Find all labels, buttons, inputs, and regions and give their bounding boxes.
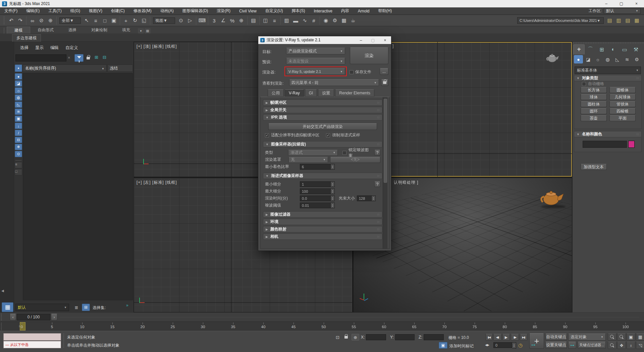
folder-options-icon[interactable]: ▦ [633, 16, 641, 25]
display-shapes-icon[interactable]: ◪ [15, 80, 22, 87]
menu-item[interactable]: Arnold [354, 7, 374, 15]
rollout-环境[interactable]: ▶环境∷ [263, 219, 382, 225]
menu-item[interactable]: 工具(T) [44, 7, 66, 15]
frame-spinner[interactable]: ▴▾ [512, 342, 516, 349]
primitive-button-茶壶[interactable]: 茶壶 [581, 115, 607, 121]
render-button[interactable]: 渲染 [350, 47, 388, 64]
cube-time-tag-icon[interactable]: ▣ [439, 342, 447, 349]
ribbon-layout-icon[interactable]: ⊞ [145, 28, 151, 34]
menu-item[interactable]: Interactive [309, 7, 336, 15]
maxscript-macro-recorder[interactable] [3, 333, 61, 341]
autogrid-checkbox[interactable]: 自动栅格 [582, 81, 604, 87]
motion-tab-icon[interactable]: ◐ [607, 44, 619, 54]
save-file-checkbox[interactable]: 保存文件 [350, 69, 371, 75]
render-mask-dropdown[interactable]: 无▼ [288, 157, 328, 163]
rollout-progressive-sampler[interactable]: ▼ 渐进式图像采样器 ∷ [263, 173, 382, 179]
primitive-type-dropdown[interactable]: 标准基本体▼ [575, 67, 641, 74]
zoom-extents-all-icon[interactable]: ▦ [636, 333, 644, 341]
rectangular-selection-region-icon[interactable]: □ [101, 16, 109, 25]
dialog-close-button[interactable]: × [379, 36, 391, 44]
maxscript-mini-listener[interactable]: — 从以下中选 [3, 341, 61, 348]
open-recent-icon[interactable]: ▤ [624, 16, 632, 25]
time-configuration-icon[interactable]: ◷ [518, 342, 523, 348]
explorer-menu-customize[interactable]: 自定义 [62, 44, 82, 51]
previous-frame-slider-button[interactable]: ‹ [10, 314, 16, 320]
geometry-category-icon[interactable]: ● [574, 55, 583, 63]
rollout-相机[interactable]: ▶相机∷ [263, 233, 382, 240]
primitive-button-四棱锥[interactable]: 四棱锥 [609, 108, 636, 114]
menu-item[interactable]: 内容 [337, 7, 354, 15]
rollout-object-type[interactable]: ▼ 对象类型 ∷ [574, 75, 642, 81]
keyboard-shortcut-override-icon[interactable]: ⌨ [198, 16, 206, 25]
menu-item[interactable]: 脚本(S) [287, 7, 309, 15]
rollout-全局开关[interactable]: ▶全局开关∷ [263, 107, 382, 113]
menu-item[interactable]: 动画(A) [156, 7, 178, 15]
clear-search-icon[interactable]: × [68, 55, 70, 60]
asset-library-icon[interactable]: ▥ [614, 16, 623, 25]
set-key-button[interactable]: 设置关键点 [545, 342, 567, 349]
sampler-type-dropdown[interactable]: 渐进式▼ [288, 150, 338, 156]
select-and-scale-icon[interactable]: ◱ [140, 16, 148, 25]
hierarchy-tab-icon[interactable]: ⊞ [596, 44, 607, 54]
helpers-category-icon[interactable]: ◺ [613, 55, 622, 63]
display-bones-icon[interactable]: / [15, 130, 22, 136]
display-groups-icon[interactable]: ▣ [15, 116, 22, 122]
create-tab-icon[interactable]: + [573, 44, 585, 54]
menu-item[interactable]: 编辑(E) [22, 7, 44, 15]
select-and-rotate-icon[interactable]: ↻ [131, 16, 139, 25]
lock-explorer-icon[interactable] [87, 56, 90, 60]
systems-category-icon[interactable]: ⚙ [632, 55, 641, 63]
spinner-snap-toggle-icon[interactable]: ⊕ [237, 16, 246, 25]
bind-to-space-warp-icon[interactable]: ⊕ [46, 16, 55, 25]
panel-grip[interactable] [573, 42, 644, 44]
display-list-view-icon[interactable]: ≡ [15, 162, 22, 168]
next-frame-slider-button[interactable]: › [51, 314, 57, 320]
browse-button[interactable]: ... [380, 68, 388, 75]
rollout-name-color[interactable]: ▼ 名称和颜色 ∷ [574, 131, 642, 137]
add-time-tag[interactable]: 添加时间标记 [449, 343, 474, 349]
viewport-top-label[interactable]: [+] [顶] [标准] [线框] [137, 44, 177, 49]
menu-item[interactable]: 帮助(H) [374, 7, 396, 15]
layers-stack-icon[interactable]: ≣ [72, 304, 80, 311]
ribbon-grip[interactable] [3, 28, 5, 34]
display-helpers-icon[interactable]: ◺ [15, 101, 22, 108]
dialog-scrollbar[interactable] [383, 97, 387, 249]
zoom-all-icon[interactable] [617, 333, 626, 341]
zoom-icon[interactable] [608, 333, 616, 341]
play-animation-icon[interactable]: ▶ [502, 334, 510, 341]
lock-noise-checkbox[interactable] [342, 151, 346, 155]
rendered-frame-window-icon[interactable]: ▦ [340, 16, 348, 25]
help-button[interactable]: ? [374, 150, 380, 156]
display-tab-icon[interactable]: ▭ [619, 44, 630, 54]
selection-filter-dropdown[interactable]: 全部▼ [59, 17, 81, 24]
use-pivot-point-center-icon[interactable]: ⊙ [177, 16, 185, 25]
set-key-big-button[interactable]: + ⊶ [529, 333, 544, 349]
explorer-menu-display[interactable]: 显示 [32, 44, 47, 51]
display-geometry-icon[interactable]: ● [15, 73, 22, 80]
display-frozen-icon[interactable]: ❄ [15, 144, 22, 150]
menu-item[interactable]: 文件(F) [0, 7, 22, 15]
key-filters-button[interactable]: 关键点过滤器... [578, 342, 606, 349]
preset-dropdown[interactable]: 未选定预设▼ [286, 58, 345, 64]
align-icon[interactable]: ≡ [270, 16, 279, 25]
menu-item[interactable]: 组(G) [66, 7, 85, 15]
dialog-tab-GI[interactable]: GI [305, 89, 317, 97]
display-lights-icon[interactable]: ☼ [15, 87, 22, 94]
shapes-category-icon[interactable]: ◪ [584, 55, 593, 63]
primitive-button-管状体[interactable]: 管状体 [609, 101, 636, 107]
schematic-view-icon[interactable]: # [310, 16, 318, 25]
lights-category-icon[interactable]: ☼ [593, 55, 602, 63]
ribbon-tab-对象绘制[interactable]: 对象绘制 [84, 27, 115, 34]
key-mode-icon[interactable]: ⊶ [568, 342, 576, 349]
select-and-move-icon[interactable]: + [122, 16, 130, 25]
toggle-scene-explorer-icon[interactable]: ▥ [282, 16, 291, 25]
explorer-search-input[interactable] [15, 54, 66, 61]
project-folder-icon[interactable]: ▤ [605, 16, 614, 25]
time-slider-grip[interactable] [1, 313, 2, 321]
snaps-toggle-icon[interactable]: 3 [210, 16, 218, 25]
toolbar-grip[interactable] [3, 16, 5, 25]
next-frame-icon[interactable]: ▮▶ [511, 334, 519, 341]
text-plus-button[interactable]: 加强型文本 [581, 164, 607, 170]
maximize-button[interactable]: ▢ [614, 0, 629, 7]
layer-view-icon[interactable]: ⊟ [103, 55, 106, 60]
